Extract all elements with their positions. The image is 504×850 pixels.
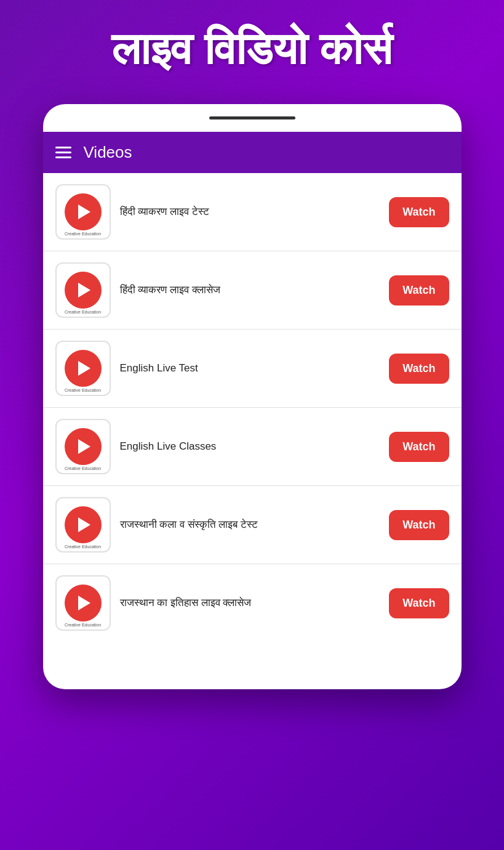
play-icon-2 — [65, 272, 102, 309]
video-thumbnail-6: Creative Education — [55, 575, 111, 631]
thumbnail-label-2: Creative Education — [57, 310, 110, 314]
play-triangle-6 — [78, 596, 90, 610]
video-thumbnail-2: Creative Education — [55, 262, 111, 318]
video-list: Creative Education हिंदी व्याकरण लाइव टे… — [43, 173, 462, 642]
thumbnail-label-5: Creative Education — [57, 544, 110, 549]
video-title-2: हिंदी व्याकरण लाइव क्लासेज — [120, 283, 380, 298]
video-thumbnail-5: Creative Education — [55, 497, 111, 552]
hamburger-menu-icon[interactable] — [55, 147, 71, 158]
play-icon-3 — [65, 350, 102, 387]
list-item: Creative Education English Live Test Wat… — [43, 330, 462, 408]
app-bar-title: Videos — [84, 143, 132, 162]
watch-button-6[interactable]: Watch — [389, 588, 449, 618]
hero-title: लाइव विडियो कोर्स — [111, 25, 392, 73]
play-icon-1 — [65, 193, 102, 230]
list-item: Creative Education राजस्थान का इतिहास ला… — [43, 564, 462, 642]
list-item: Creative Education English Live Classes … — [43, 408, 462, 486]
watch-button-5[interactable]: Watch — [389, 510, 449, 540]
phone-frame: Videos Creative Education हिंदी व्याकरण … — [43, 104, 462, 689]
video-title-3: English Live Test — [120, 361, 380, 376]
play-triangle-4 — [78, 439, 90, 454]
play-icon-5 — [65, 506, 102, 543]
play-icon-6 — [65, 585, 102, 621]
play-icon-4 — [65, 428, 102, 465]
video-thumbnail-1: Creative Education — [55, 184, 111, 240]
play-triangle-2 — [78, 283, 90, 298]
video-thumbnail-3: Creative Education — [55, 341, 111, 396]
video-title-1: हिंदी व्याकरण लाइव टेस्ट — [120, 204, 380, 219]
video-title-4: English Live Classes — [120, 439, 380, 454]
video-title-5: राजस्थानी कला व संस्कृति लाइब टेस्ट — [120, 517, 380, 532]
watch-button-4[interactable]: Watch — [389, 432, 449, 462]
play-triangle-3 — [78, 361, 90, 376]
list-item: Creative Education हिंदी व्याकरण लाइव क्… — [43, 251, 462, 330]
watch-button-2[interactable]: Watch — [389, 275, 449, 306]
app-bar: Videos — [43, 132, 462, 173]
list-item: Creative Education हिंदी व्याकरण लाइव टे… — [43, 173, 462, 251]
thumbnail-label-4: Creative Education — [57, 466, 110, 471]
video-thumbnail-4: Creative Education — [55, 419, 111, 474]
thumbnail-label-3: Creative Education — [57, 388, 110, 392]
video-title-6: राजस्थान का इतिहास लाइव क्लासेज — [120, 596, 380, 610]
watch-button-1[interactable]: Watch — [389, 197, 449, 227]
thumbnail-label-1: Creative Education — [57, 232, 110, 236]
phone-notch — [209, 116, 295, 119]
play-triangle-1 — [78, 204, 90, 219]
play-triangle-5 — [78, 517, 90, 532]
list-item: Creative Education राजस्थानी कला व संस्क… — [43, 486, 462, 564]
thumbnail-label-6: Creative Education — [57, 623, 110, 627]
watch-button-3[interactable]: Watch — [389, 354, 449, 384]
